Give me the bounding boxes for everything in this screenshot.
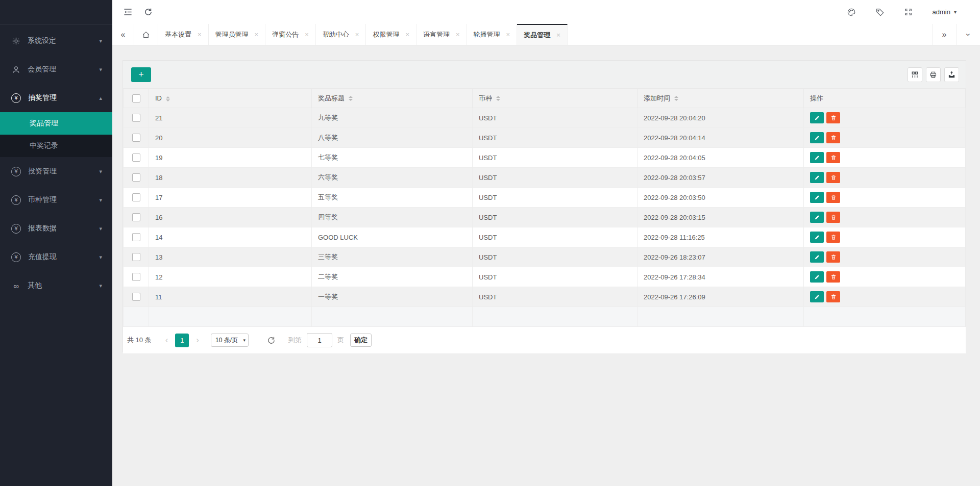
user-menu[interactable]: admin ▾ bbox=[933, 8, 957, 16]
close-icon[interactable]: × bbox=[506, 31, 510, 38]
refresh-page-button[interactable] bbox=[138, 0, 158, 24]
delete-button[interactable] bbox=[826, 212, 840, 223]
cell-id: 12 bbox=[149, 267, 312, 287]
edit-button[interactable] bbox=[810, 212, 824, 223]
toggle-sidebar-button[interactable] bbox=[117, 0, 138, 24]
sidebar-item[interactable]: ¥充值提现▾ bbox=[0, 243, 112, 271]
delete-button[interactable] bbox=[826, 251, 840, 263]
edit-button[interactable] bbox=[810, 112, 824, 123]
select-all-checkbox[interactable] bbox=[132, 94, 140, 103]
close-icon[interactable]: × bbox=[556, 31, 560, 39]
export-button[interactable] bbox=[944, 67, 959, 82]
edit-button[interactable] bbox=[810, 251, 824, 263]
sidebar-subitem[interactable]: 中奖记录 bbox=[0, 135, 112, 157]
sidebar-item-label: 充值提现 bbox=[28, 252, 57, 262]
goto-page-input[interactable] bbox=[307, 333, 332, 347]
row-checkbox[interactable] bbox=[132, 114, 140, 122]
edit-button[interactable] bbox=[810, 152, 824, 163]
toggle-columns-button[interactable] bbox=[908, 67, 922, 82]
home-tab-button[interactable] bbox=[134, 24, 158, 45]
page-size-select[interactable]: 10 条/页 ▾ bbox=[211, 334, 249, 347]
row-checkbox[interactable] bbox=[132, 293, 140, 301]
column-header-id[interactable]: ID bbox=[149, 89, 312, 108]
cell-time: 2022-09-26 17:26:09 bbox=[638, 287, 804, 307]
row-checkbox[interactable] bbox=[132, 134, 140, 142]
delete-button[interactable] bbox=[826, 291, 840, 302]
delete-button[interactable] bbox=[826, 112, 840, 123]
edit-button[interactable] bbox=[810, 192, 824, 203]
delete-button[interactable] bbox=[826, 232, 840, 243]
checkbox-cell bbox=[124, 128, 149, 148]
edit-button[interactable] bbox=[810, 132, 824, 143]
close-icon[interactable]: × bbox=[405, 31, 409, 38]
table-row: 17五等奖USDT2022-09-28 20:03:50 bbox=[124, 188, 966, 208]
refresh-table-button[interactable] bbox=[267, 336, 276, 345]
delete-button[interactable] bbox=[826, 132, 840, 143]
sidebar-item[interactable]: 系统设定▾ bbox=[0, 27, 112, 55]
close-icon[interactable]: × bbox=[355, 31, 359, 38]
export-icon bbox=[948, 71, 955, 79]
column-header-time[interactable]: 添加时间 bbox=[638, 89, 804, 108]
row-checkbox[interactable] bbox=[132, 273, 140, 281]
page-size-value: 10 条/页 bbox=[215, 336, 238, 345]
delete-button[interactable] bbox=[826, 152, 840, 163]
add-prize-button[interactable]: + bbox=[131, 67, 151, 82]
sidebar-item[interactable]: ¥抽奖管理▴ bbox=[0, 84, 112, 112]
row-checkbox[interactable] bbox=[132, 173, 140, 182]
tab[interactable]: 基本设置× bbox=[158, 24, 209, 45]
row-checkbox[interactable] bbox=[132, 193, 140, 201]
tab[interactable]: 帮助中心× bbox=[316, 24, 366, 45]
sidebar-item[interactable]: ¥报表数据▾ bbox=[0, 214, 112, 243]
row-checkbox[interactable] bbox=[132, 253, 140, 261]
sidebar-item[interactable]: ∞其他▾ bbox=[0, 271, 112, 300]
close-icon[interactable]: × bbox=[255, 31, 259, 38]
delete-button[interactable] bbox=[826, 172, 840, 183]
empty-row bbox=[124, 307, 966, 327]
close-icon[interactable]: × bbox=[305, 31, 309, 38]
empty-cell bbox=[638, 307, 804, 327]
delete-button[interactable] bbox=[826, 192, 840, 203]
row-checkbox[interactable] bbox=[132, 233, 140, 241]
edit-button[interactable] bbox=[810, 271, 824, 283]
close-icon[interactable]: × bbox=[456, 31, 460, 38]
edit-button[interactable] bbox=[810, 291, 824, 302]
print-button[interactable] bbox=[926, 67, 941, 82]
cell-currency: USDT bbox=[473, 168, 638, 188]
tab[interactable]: 弹窗公告× bbox=[265, 24, 316, 45]
next-page-button[interactable]: › bbox=[191, 335, 204, 345]
edit-button[interactable] bbox=[810, 172, 824, 183]
cell-actions bbox=[804, 148, 966, 168]
prev-page-button[interactable]: ‹ bbox=[161, 335, 173, 345]
tab[interactable]: 奖品管理× bbox=[517, 24, 568, 45]
chevron-down-icon: › bbox=[964, 33, 973, 36]
sidebar-item[interactable]: 会员管理▾ bbox=[0, 55, 112, 84]
sidebar-item[interactable]: ¥币种管理▾ bbox=[0, 186, 112, 214]
delete-button[interactable] bbox=[826, 271, 840, 283]
cell-time: 2022-09-28 20:03:15 bbox=[638, 208, 804, 227]
tab-options-button[interactable]: › bbox=[956, 24, 980, 45]
row-checkbox[interactable] bbox=[132, 213, 140, 221]
edit-button[interactable] bbox=[810, 232, 824, 243]
yen-icon: ¥ bbox=[11, 93, 21, 103]
sidebar-subitem-label: 奖品管理 bbox=[30, 119, 58, 128]
fullscreen-icon[interactable] bbox=[904, 8, 913, 17]
chevron-down-icon: ▾ bbox=[99, 283, 102, 289]
yen-icon: ¥ bbox=[11, 195, 21, 205]
close-icon[interactable]: × bbox=[198, 31, 202, 38]
sidebar-subitem[interactable]: 奖品管理 bbox=[0, 112, 112, 135]
current-page-button[interactable]: 1 bbox=[175, 334, 189, 347]
sidebar-item[interactable]: ¥投资管理▾ bbox=[0, 157, 112, 186]
scroll-tabs-left-button[interactable]: « bbox=[112, 24, 134, 45]
theme-palette-icon[interactable] bbox=[847, 8, 856, 17]
column-header-currency[interactable]: 币种 bbox=[473, 89, 638, 108]
tab[interactable]: 管理员管理× bbox=[209, 24, 266, 45]
tab[interactable]: 语言管理× bbox=[416, 24, 467, 45]
row-checkbox[interactable] bbox=[132, 154, 140, 162]
scroll-tabs-right-button[interactable]: » bbox=[932, 24, 956, 45]
goto-confirm-button[interactable]: 确定 bbox=[350, 334, 372, 347]
sidebar-item-label: 其他 bbox=[28, 281, 42, 290]
column-header-title[interactable]: 奖品标题 bbox=[312, 89, 473, 108]
tag-icon[interactable] bbox=[875, 8, 885, 17]
tab[interactable]: 轮播管理× bbox=[467, 24, 518, 45]
tab[interactable]: 权限管理× bbox=[366, 24, 416, 45]
